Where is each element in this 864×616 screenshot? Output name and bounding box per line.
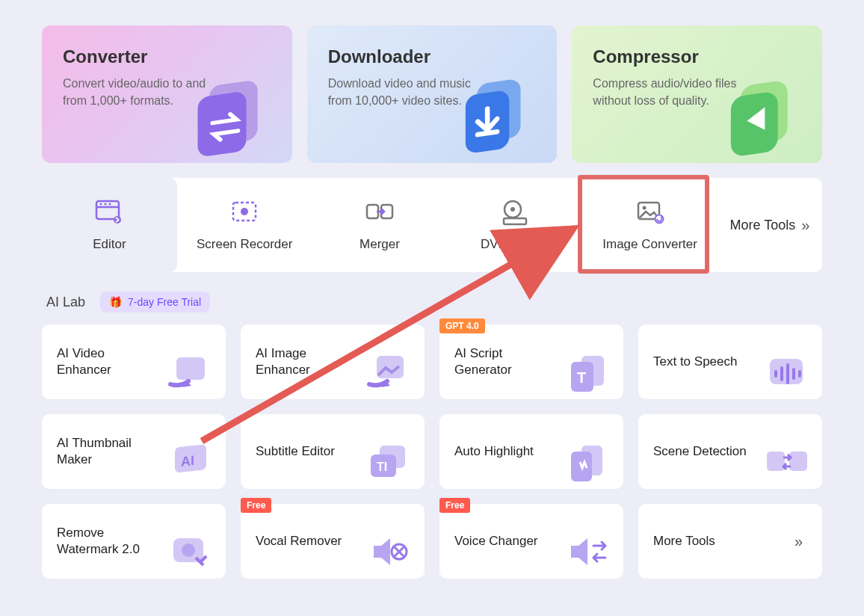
cell-label: Vocal Remover (256, 533, 342, 549)
svg-point-9 (105, 203, 107, 206)
svg-rect-18 (504, 218, 526, 224)
svg-rect-35 (767, 452, 785, 471)
svg-point-20 (642, 206, 646, 210)
svg-rect-6 (96, 201, 119, 219)
cell-ai-video-enhancer[interactable]: AI Video Enhancer (42, 324, 226, 399)
cell-label: AI Script Generator (454, 345, 559, 378)
text-to-speech-icon (761, 351, 813, 393)
svg-point-17 (510, 207, 515, 212)
cell-label: More Tools (653, 533, 715, 549)
svg-text:AI: AI (181, 453, 194, 469)
cell-label: AI Image Enhancer (256, 345, 360, 378)
cell-label: Subtitle Editor (256, 443, 335, 460)
screen-recorder-icon (229, 198, 260, 227)
cell-more-tools[interactable]: More Tools » (638, 504, 822, 579)
cell-label: AI Video Enhancer (57, 345, 161, 378)
image-enhancer-icon (363, 351, 416, 393)
svg-point-10 (109, 203, 111, 206)
tool-screen-recorder-label: Screen Recorder (197, 237, 293, 252)
trial-label: 7-day Free Trial (128, 296, 201, 308)
cell-voice-changer[interactable]: Free Voice Changer (439, 504, 623, 579)
trial-badge[interactable]: 🎁 7-day Free Trial (100, 292, 210, 312)
cell-text-to-speech[interactable]: Text to Speech (638, 324, 822, 399)
gift-icon: 🎁 (109, 296, 122, 308)
toolbar-more-label: More Tools (730, 218, 796, 233)
ailab-title: AI Lab (46, 295, 85, 310)
image-converter-icon (635, 198, 666, 227)
svg-point-8 (100, 203, 102, 206)
cell-remove-watermark[interactable]: Remove Watermark 2.0 (42, 504, 226, 579)
cell-label: AI Thumbnail Maker (57, 435, 161, 468)
tool-dvd-burner[interactable]: DVD Burner (447, 178, 582, 272)
cell-vocal-remover[interactable]: Free Vocal Remover (241, 504, 425, 579)
script-generator-icon: T (562, 351, 614, 393)
cell-ai-thumbnail-maker[interactable]: AI Thumbnail Maker AI (42, 414, 226, 489)
svg-rect-36 (789, 452, 807, 471)
tool-screen-recorder[interactable]: Screen Recorder (177, 178, 312, 272)
card-compressor-title: Compressor (593, 46, 801, 67)
tool-merger[interactable]: Merger (312, 178, 448, 272)
svg-point-38 (182, 543, 195, 557)
tool-dvd-burner-label: DVD Burner (481, 237, 549, 252)
tool-image-converter-label: Image Converter (602, 237, 697, 252)
cell-ai-script-generator[interactable]: GPT 4.0 AI Script Generator T (439, 324, 623, 399)
card-converter[interactable]: Converter Convert video/audio to and fro… (42, 25, 292, 163)
cell-ai-image-enhancer[interactable]: AI Image Enhancer (241, 324, 425, 399)
remove-watermark-icon (164, 531, 217, 573)
cell-subtitle-editor[interactable]: Subtitle Editor TI (241, 414, 425, 489)
card-compressor[interactable]: Compressor Compress audio/video files wi… (572, 25, 822, 163)
svg-rect-22 (176, 357, 205, 380)
tag-free: Free (241, 498, 271, 513)
converter-icon (183, 72, 280, 163)
card-converter-title: Converter (63, 46, 271, 67)
cell-scene-detection[interactable]: Scene Detection (638, 414, 822, 489)
tool-editor-label: Editor (93, 237, 126, 252)
svg-rect-1 (197, 90, 246, 157)
tag-gpt: GPT 4.0 (439, 318, 485, 333)
editor-icon (93, 198, 125, 227)
tool-merger-label: Merger (360, 237, 400, 252)
chevron-double-right-icon: » (794, 533, 803, 550)
chevron-double-right-icon: » (801, 217, 809, 234)
cell-label: Remove Watermark 2.0 (57, 525, 161, 558)
card-downloader[interactable]: Downloader Download video and music from… (307, 25, 558, 163)
auto-highlight-icon (562, 441, 614, 483)
voice-changer-icon (562, 531, 614, 573)
tool-image-converter[interactable]: Image Converter (582, 178, 718, 272)
cell-label: Voice Changer (454, 533, 538, 549)
toolbar-more-tools[interactable]: More Tools » (718, 178, 822, 272)
tag-free: Free (439, 498, 470, 513)
downloader-icon (448, 72, 545, 163)
card-downloader-title: Downloader (328, 46, 537, 67)
svg-text:T: T (577, 369, 586, 386)
toolbar: Editor Screen Recorder Merger (42, 178, 822, 272)
subtitle-editor-icon: TI (363, 441, 416, 483)
cell-auto-highlight[interactable]: Auto Highlight (439, 414, 623, 489)
cell-label: Auto Highlight (454, 443, 534, 460)
merger-icon (364, 198, 395, 227)
cell-label: Scene Detection (653, 443, 747, 460)
thumbnail-maker-icon: AI (164, 441, 217, 483)
svg-text:TI: TI (377, 461, 387, 473)
vocal-remover-icon (363, 531, 416, 573)
scene-detection-icon (761, 441, 813, 483)
svg-point-11 (114, 216, 121, 224)
cell-label: Text to Speech (653, 354, 737, 370)
svg-point-13 (241, 208, 248, 215)
dvd-burner-icon (499, 198, 531, 227)
tool-editor[interactable]: Editor (42, 178, 177, 272)
compressor-icon (713, 72, 810, 163)
video-enhancer-icon (164, 351, 217, 393)
svg-rect-14 (367, 205, 378, 218)
ailab-grid: AI Video Enhancer AI Image Enhancer GPT … (42, 324, 822, 579)
